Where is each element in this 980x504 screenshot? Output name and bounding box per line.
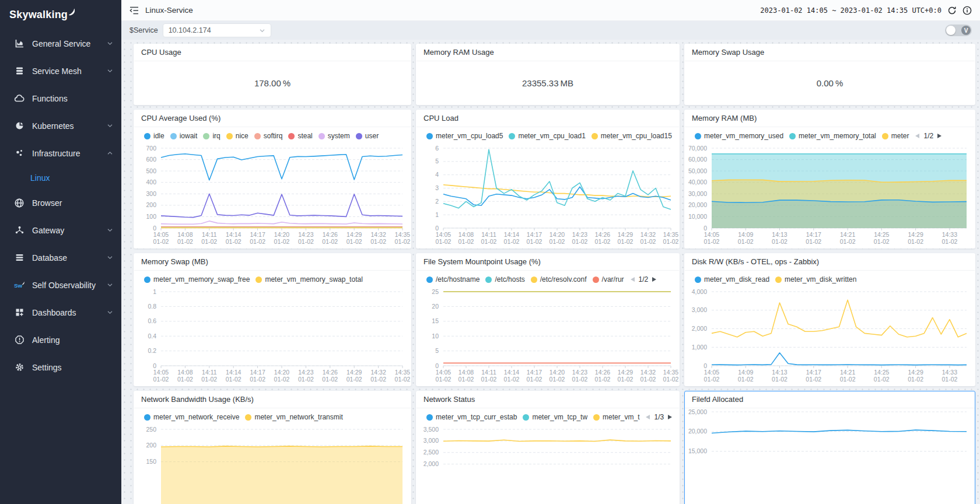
legend-next-icon[interactable] [667, 414, 673, 420]
legend-next-icon[interactable] [937, 133, 942, 139]
sidebar-item-settings[interactable]: Settings [0, 354, 121, 381]
legend-item-meter-vm-disk-written[interactable]: meter_vm_disk_written [775, 275, 856, 284]
legend-item-meter-vm-cpu-load1[interactable]: meter_vm_cpu_load1 [509, 132, 585, 140]
svg-text:01-02: 01-02 [504, 376, 520, 383]
toggle-knob [946, 26, 956, 35]
svg-text:01-02: 01-02 [459, 376, 474, 383]
legend-item-meter-vm-disk-read[interactable]: meter_vm_disk_read [695, 275, 769, 284]
svg-text:2,500: 2,500 [424, 449, 439, 456]
legend-item-meter-vm-memory-swap-free[interactable]: meter_vm_memory_swap_free [144, 275, 250, 284]
widget-network-bandwidth[interactable]: Network Bandwidth Usage (KB/s) meter_vm_… [134, 391, 411, 504]
svg-text:1: 1 [153, 288, 156, 295]
legend-item-softirq[interactable]: softirq [254, 132, 283, 140]
line-chart[interactable]: 3,5003,0002,5002,000 [416, 426, 679, 504]
sidebar-item-infrastructure[interactable]: Infrastructure [0, 139, 121, 167]
legend-item-meter-vm-network-receive[interactable]: meter_vm_network_receive [144, 413, 239, 421]
legend-item-irq[interactable]: irq [203, 132, 220, 140]
widget-filesystem-usage[interactable]: File System Mountpoint Usage (%) /etc/ho… [416, 253, 680, 386]
globe-icon [14, 198, 24, 208]
legend-next-icon[interactable] [652, 276, 657, 282]
widget-disk-rw[interactable]: Disk R/W (KB/s - OTEL, ops - Zabbix) met… [684, 253, 975, 386]
svg-text:14:09: 14:09 [738, 231, 753, 238]
svg-text:14:14: 14:14 [504, 231, 519, 238]
legend-item--var-rur[interactable]: /var/rur [593, 275, 624, 284]
legend-item--etc-resolv-conf[interactable]: /etc/resolv.conf [531, 275, 587, 284]
svg-text:01-02: 01-02 [550, 376, 565, 383]
legend-item-meter-vm-t[interactable]: meter_vm_t [593, 413, 639, 421]
widget-filefd-allocated[interactable]: Filefd Allocated 25,00020,00015,000 [684, 391, 975, 504]
widget-memory-swap-usage[interactable]: Memory Swap Usage 0.00% [684, 44, 975, 105]
legend-dot [426, 414, 433, 421]
legend-dot [695, 276, 701, 283]
time-range-picker[interactable]: 2023-01-02 14:05 ~ 2023-01-02 14:35 UTC+… [760, 6, 942, 15]
sidebar-item-dashboards[interactable]: Dashboards [0, 299, 121, 326]
service-select[interactable]: 10.104.2.174 [163, 23, 271, 37]
chevron-down-icon [107, 39, 113, 48]
sidebar-item-gateway[interactable]: Gateway [0, 216, 121, 244]
sidebar-item-alerting[interactable]: Alerting [0, 326, 121, 354]
svg-text:01-02: 01-02 [274, 376, 290, 383]
area-chart[interactable]: 250200150 [134, 426, 411, 504]
svg-text:70,000: 70,000 [688, 145, 707, 152]
legend-item--etc-hosts[interactable]: /etc/hosts [485, 275, 524, 284]
line-chart[interactable]: 654321014:0501-0214:0801-0214:1101-0214:… [416, 145, 679, 248]
sidebar-collapse-icon[interactable] [130, 6, 139, 15]
svg-text:01-02: 01-02 [704, 238, 720, 245]
app-logo[interactable]: Skywalking [0, 0, 121, 30]
legend-item-system[interactable]: system [318, 132, 350, 140]
sidebar-item-general-service[interactable]: General Service [0, 30, 121, 57]
svg-text:01-02: 01-02 [704, 376, 720, 383]
svg-text:01-02: 01-02 [527, 376, 542, 383]
legend-item-meter-vm-cpu-load15[interactable]: meter_vm_cpu_load15 [592, 132, 672, 140]
sidebar-item-kubernetes[interactable]: Kubernetes [0, 112, 121, 139]
sidebar-item-service-mesh[interactable]: Service Mesh [0, 57, 121, 85]
legend-item-user[interactable]: user [356, 132, 379, 140]
sidebar-item-database[interactable]: Database [0, 244, 121, 271]
info-icon[interactable] [963, 6, 972, 15]
svg-text:4: 4 [435, 171, 439, 178]
widget-cpu-load[interactable]: CPU Load meter_vm_cpu_load5meter_vm_cpu_… [416, 110, 680, 249]
widget-cpu-average-used[interactable]: CPU Average Used (%) idleiowaitirqniceso… [134, 110, 411, 249]
widget-memory-ram-usage[interactable]: Memory RAM Usage 23355.33MB [416, 44, 680, 105]
widget-memory-swap[interactable]: Memory Swap (MB) meter_vm_memory_swap_fr… [134, 253, 411, 386]
svg-text:14:26: 14:26 [323, 231, 338, 238]
legend-item-iowait[interactable]: iowait [170, 132, 198, 140]
legend-item-idle[interactable]: idle [144, 132, 164, 140]
sidebar-item-functions[interactable]: Functions [0, 85, 121, 112]
sidebar-item-browser[interactable]: Browser [0, 189, 121, 216]
line-chart[interactable]: 700600500400300200100014:0501-0214:0801-… [134, 145, 411, 248]
line-chart[interactable]: 252015105014:0501-0214:0801-0214:1101-02… [416, 288, 679, 386]
legend-item-nice[interactable]: nice [226, 132, 249, 140]
refresh-icon[interactable] [947, 6, 957, 15]
legend-item-meter-vm-tcp-tw[interactable]: meter_vm_tcp_tw [523, 413, 587, 421]
legend-item-meter-vm-memory-swap-total[interactable]: meter_vm_memory_swap_total [256, 275, 362, 284]
widget-cpu-usage[interactable]: CPU Usage 178.00% [134, 44, 411, 105]
legend-prev-icon[interactable] [915, 133, 920, 139]
view-mode-toggle[interactable]: V [945, 24, 972, 36]
legend-item-meter-vm-memory-total[interactable]: meter_vm_memory_total [789, 132, 876, 140]
legend-item-meter-vm-cpu-load5[interactable]: meter_vm_cpu_load5 [426, 132, 503, 140]
legend-prev-icon[interactable] [630, 276, 635, 282]
legend-dot [882, 133, 888, 139]
sidebar-subitem-linux[interactable]: Linux [0, 167, 121, 189]
legend-item-meter-vm-memory-used[interactable]: meter_vm_memory_used [695, 132, 783, 140]
legend-item-steal[interactable]: steal [288, 132, 312, 140]
svg-text:14:11: 14:11 [481, 369, 496, 376]
area-chart[interactable]: 70,00060,00050,00040,00030,00020,00010,0… [685, 145, 975, 248]
sidebar-item-self-observability[interactable]: SwSelf Observability [0, 271, 121, 299]
legend-item-meter-vm-tcp-curr-estab[interactable]: meter_vm_tcp_curr_estab [426, 413, 517, 421]
svg-text:01-02: 01-02 [274, 238, 290, 245]
topbar-right: 2023-01-02 14:05 ~ 2023-01-02 14:35 UTC+… [760, 6, 972, 15]
line-chart[interactable]: 4,0003,0002,0001,000014:0501-0214:0901-0… [685, 288, 975, 386]
legend-item-meter[interactable]: meter [882, 132, 909, 140]
svg-text:01-02: 01-02 [772, 238, 788, 245]
legend-item--etc-hostname[interactable]: /etc/hostname [426, 275, 480, 284]
legend-prev-icon[interactable] [645, 414, 650, 420]
line-chart[interactable]: 25,00020,00015,000 [685, 408, 975, 504]
line-chart[interactable]: 10.80.60.40.2014:0501-0214:0801-0214:110… [134, 288, 411, 386]
legend-page-label: 1/2 [923, 132, 933, 140]
legend-item-meter-vm-network-transmit[interactable]: meter_vm_network_transmit [245, 413, 342, 421]
svg-text:01-02: 01-02 [942, 376, 957, 383]
widget-memory-ram[interactable]: Memory RAM (MB) meter_vm_memory_usedmete… [684, 110, 975, 249]
widget-network-status[interactable]: Network Status meter_vm_tcp_curr_estabme… [416, 391, 680, 504]
